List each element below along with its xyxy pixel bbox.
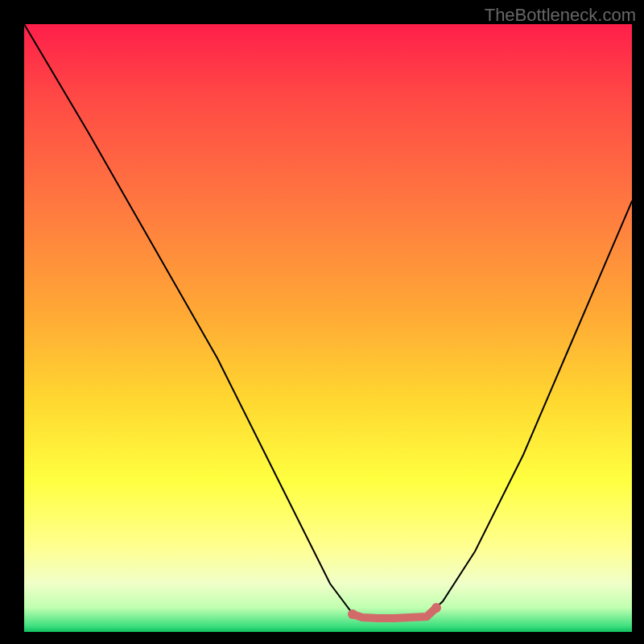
chart-plot-area xyxy=(24,24,632,632)
watermark-text: TheBottleneck.com xyxy=(485,5,636,26)
highlight-right-dot xyxy=(431,603,441,613)
bottom-highlight-curve xyxy=(353,608,436,618)
chart-svg xyxy=(24,24,632,632)
highlight-left-dot xyxy=(348,609,357,619)
main-curve xyxy=(24,24,632,617)
